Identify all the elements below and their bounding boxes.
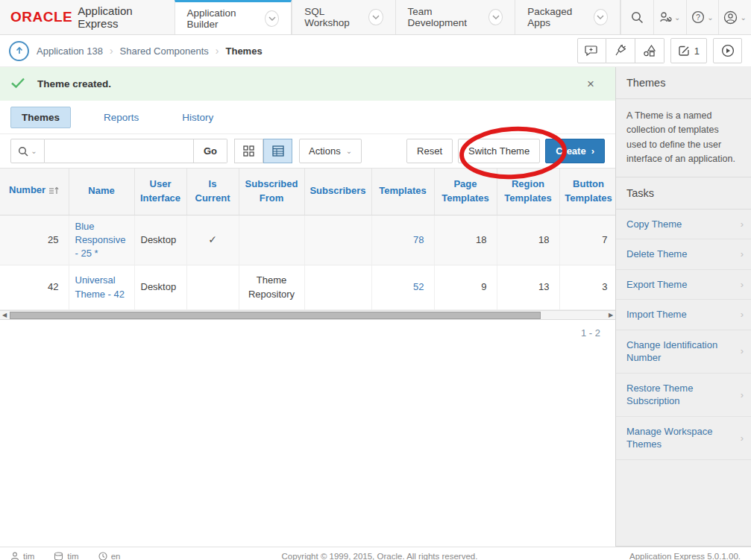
- task-delete-theme[interactable]: Delete Theme›: [616, 239, 751, 270]
- pagination: 1 - 2: [0, 320, 615, 345]
- scroll-left-arrow-icon[interactable]: ◀: [0, 311, 9, 319]
- chevron-down-icon: ⌄: [31, 147, 37, 155]
- templates-link[interactable]: 52: [413, 281, 424, 292]
- sidebar-empty-area: [616, 460, 751, 547]
- search-icon[interactable]: [620, 0, 653, 34]
- sidebar-description: A Theme is a named collection of templat…: [616, 99, 751, 177]
- column-header-subscribers[interactable]: Subscribers: [304, 169, 371, 215]
- chevron-down-icon[interactable]: [488, 9, 503, 25]
- tab-reports[interactable]: Reports: [93, 107, 149, 128]
- actions-menu-button[interactable]: Actions ⌄: [299, 139, 362, 163]
- task-label: Restore Theme Subscription: [626, 382, 723, 408]
- chevron-right-icon: ›: [591, 145, 594, 157]
- magnifier-icon: [18, 146, 28, 157]
- report-toolbar: ⌄ Go Actions ⌄: [0, 134, 615, 168]
- tab-themes[interactable]: Themes: [10, 107, 71, 128]
- footer-user: tim: [10, 552, 34, 560]
- table-row: 42 Universal Theme - 42 Desktop Theme Re…: [0, 265, 615, 310]
- close-icon[interactable]: ×: [576, 77, 605, 92]
- sort-ascending-icon[interactable]: [49, 186, 59, 197]
- footer: tim tim en Copyright © 1999, 2015, Oracl…: [0, 547, 751, 560]
- main-content: Theme created. × Themes Reports History …: [0, 67, 615, 547]
- task-copy-theme[interactable]: Copy Theme›: [616, 210, 751, 240]
- horizontal-scrollbar[interactable]: ◀ ▶: [0, 310, 615, 320]
- create-label: Create: [556, 145, 585, 157]
- chevron-down-icon[interactable]: [594, 9, 608, 25]
- success-check-icon: [10, 77, 25, 91]
- chevron-right-icon: ›: [741, 432, 744, 445]
- scrollbar-thumb[interactable]: [10, 312, 541, 319]
- task-import-theme[interactable]: Import Theme›: [616, 300, 751, 330]
- footer-workspace: tim: [54, 552, 78, 560]
- right-sidebar: Themes A Theme is a named collection of …: [615, 67, 751, 547]
- theme-link[interactable]: Blue Responsive - 25 *: [75, 221, 126, 259]
- cell-name: Blue Responsive - 25 *: [69, 215, 134, 265]
- footer-workspace-label: tim: [67, 552, 78, 560]
- cell-subscribed-from: Theme Repository: [239, 265, 304, 310]
- column-header-subscribed-from[interactable]: Subscribed From: [239, 169, 304, 215]
- report-view-toggle[interactable]: [263, 139, 292, 163]
- search-column-selector[interactable]: ⌄: [10, 139, 45, 163]
- column-header-page-templates[interactable]: Page Templates: [434, 169, 497, 215]
- column-header-user-interface[interactable]: User Interface: [134, 169, 186, 215]
- cell-is-current: [186, 265, 239, 310]
- footer-version: Application Express 5.0.1.00.: [629, 552, 741, 560]
- column-header-region-templates[interactable]: Region Templates: [497, 169, 559, 215]
- chevron-right-icon: ›: [741, 308, 744, 321]
- chevron-right-icon: ›: [741, 388, 744, 402]
- help-icon[interactable]: ? ⌄: [686, 0, 719, 34]
- task-export-theme[interactable]: Export Theme›: [616, 270, 751, 301]
- breadcrumb-application[interactable]: Application 138: [37, 45, 103, 57]
- templates-link[interactable]: 78: [413, 234, 424, 245]
- column-header-name[interactable]: Name: [69, 169, 134, 215]
- breadcrumb-actions: 1: [577, 38, 742, 63]
- account-icon[interactable]: ⌄: [718, 0, 751, 34]
- search-input[interactable]: [45, 139, 194, 163]
- main-empty-area: [0, 345, 615, 547]
- go-button[interactable]: Go: [194, 139, 227, 163]
- reset-button[interactable]: Reset: [406, 139, 453, 163]
- nav-tab-label: Packaged Apps: [527, 6, 588, 28]
- header-row: Number Name User Interface Is Current Su…: [0, 169, 615, 215]
- cell-user-interface: Desktop: [134, 265, 186, 310]
- nav-tab-application-builder[interactable]: Application Builder: [175, 0, 292, 34]
- nav-tab-label: SQL Workshop: [304, 6, 362, 28]
- run-application-button[interactable]: [713, 38, 742, 63]
- up-arrow-icon[interactable]: [9, 41, 29, 61]
- column-header-is-current[interactable]: Is Current: [186, 169, 239, 215]
- chevron-down-icon[interactable]: [368, 9, 383, 25]
- chevron-down-icon[interactable]: [265, 10, 279, 27]
- create-button[interactable]: Create ›: [545, 139, 605, 163]
- flashlight-icon[interactable]: [606, 38, 635, 63]
- footer-user-label: tim: [23, 552, 34, 560]
- task-manage-workspace-themes[interactable]: Manage Workspace Themes›: [616, 417, 751, 460]
- cell-region-templates: 13: [497, 265, 559, 310]
- theme-link[interactable]: Universal Theme - 42: [75, 274, 125, 299]
- actions-label: Actions: [309, 145, 341, 157]
- edit-page-number: 1: [694, 45, 700, 57]
- task-change-identification-number[interactable]: Change Identification Number›: [616, 330, 751, 374]
- nav-tab-team-development[interactable]: Team Development: [395, 0, 515, 34]
- user-icon: [10, 552, 19, 560]
- top-nav: ORACLE Application Express Application B…: [0, 0, 751, 35]
- switch-theme-button[interactable]: Switch Theme: [458, 139, 540, 163]
- nav-tab-label: Application Builder: [187, 7, 259, 30]
- comment-add-icon[interactable]: [577, 38, 606, 63]
- column-header-templates[interactable]: Templates: [371, 169, 434, 215]
- breadcrumb-separator: ›: [110, 45, 113, 57]
- column-header-number[interactable]: Number: [0, 169, 69, 215]
- nav-tab-packaged-apps[interactable]: Packaged Apps: [515, 0, 620, 34]
- task-label: Import Theme: [626, 308, 687, 321]
- nav-tab-sql-workshop[interactable]: SQL Workshop: [292, 0, 395, 34]
- shared-components-shapes-icon[interactable]: [635, 38, 664, 63]
- icon-view-toggle[interactable]: [234, 139, 263, 163]
- tab-history[interactable]: History: [172, 107, 224, 128]
- cell-number: 42: [0, 265, 69, 310]
- task-restore-theme-subscription[interactable]: Restore Theme Subscription›: [616, 374, 751, 417]
- edit-page-button[interactable]: 1: [670, 38, 707, 63]
- column-header-button-templates[interactable]: Button Templates: [559, 169, 615, 215]
- scroll-right-arrow-icon[interactable]: ▶: [606, 311, 615, 319]
- cell-region-templates: 18: [497, 215, 559, 265]
- breadcrumb-shared-components[interactable]: Shared Components: [120, 45, 209, 57]
- administration-wrench-icon[interactable]: ⌄: [653, 0, 686, 34]
